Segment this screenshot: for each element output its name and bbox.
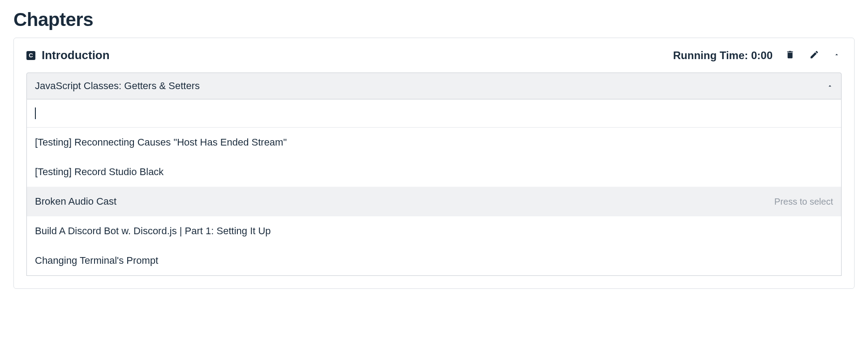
combobox-option[interactable]: [Testing] Record Studio Black	[27, 157, 841, 187]
combobox-option-label: Changing Terminal's Prompt	[35, 255, 158, 266]
running-time-label: Running Time:	[673, 49, 748, 61]
combobox-hint: Press to select	[774, 197, 833, 207]
combobox-selected-text: JavaScript Classes: Getters & Setters	[35, 80, 200, 92]
chapter-title: Introduction	[42, 48, 110, 62]
chevron-up-icon	[834, 52, 840, 59]
combobox-search-wrapper[interactable]	[27, 99, 841, 128]
combobox-dropdown: [Testing] Reconnecting Causes "Host Has …	[26, 99, 842, 276]
chevron-up-icon	[827, 83, 833, 89]
page-title: Chapters	[13, 9, 855, 30]
combobox-option[interactable]: Build A Discord Bot w. Discord.js | Part…	[27, 216, 841, 246]
text-cursor-icon	[35, 107, 36, 119]
chapter-badge-icon: C	[26, 51, 35, 60]
chapter-header: C Introduction Running Time: 0:00	[14, 38, 854, 73]
combobox-option[interactable]: [Testing] Reconnecting Causes "Host Has …	[27, 128, 841, 157]
edit-button[interactable]	[808, 48, 821, 63]
combobox-option-label: [Testing] Record Studio Black	[35, 166, 163, 178]
combobox-selected[interactable]: JavaScript Classes: Getters & Setters	[26, 73, 842, 99]
combobox-option-label: [Testing] Reconnecting Causes "Host Has …	[35, 137, 287, 148]
running-time: Running Time: 0:00	[673, 49, 773, 62]
video-combobox: JavaScript Classes: Getters & Setters [T…	[26, 73, 842, 276]
chapter-header-right: Running Time: 0:00	[673, 48, 842, 63]
pencil-icon	[809, 50, 819, 61]
combobox-option[interactable]: Changing Terminal's Prompt	[27, 246, 841, 275]
collapse-button[interactable]	[832, 50, 842, 61]
combobox-option-label: Broken Audio Cast	[35, 196, 116, 207]
delete-button[interactable]	[783, 48, 797, 63]
trash-icon	[785, 50, 795, 61]
running-time-value: 0:00	[751, 49, 773, 61]
combobox-option-label: Build A Discord Bot w. Discord.js | Part…	[35, 225, 271, 237]
combobox-option[interactable]: Broken Audio CastPress to select	[27, 187, 841, 216]
chapter-header-left: C Introduction	[26, 48, 110, 62]
chapter-card: C Introduction Running Time: 0:00	[13, 38, 855, 289]
